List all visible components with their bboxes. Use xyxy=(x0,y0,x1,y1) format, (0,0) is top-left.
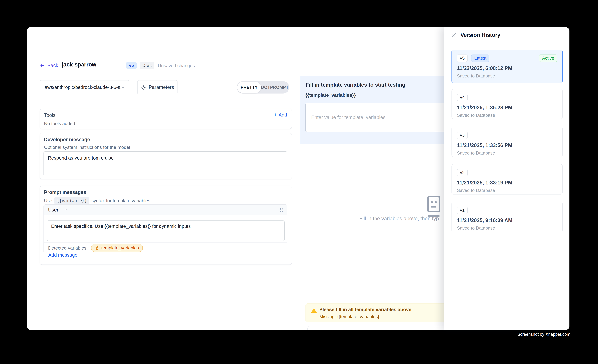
format-toggle: PRETTY DOTPROMPT xyxy=(237,81,289,93)
back-arrow-icon xyxy=(40,63,45,68)
detected-variables-label: Detected variables: xyxy=(48,245,88,251)
warning-title: Please fill in all template variables ab… xyxy=(319,307,411,312)
message-textarea[interactable]: Enter task specifics. Use {{template_var… xyxy=(47,221,284,240)
screenshot-canvas: Back jack-sparrow v5 Draft Unsaved chang… xyxy=(0,0,598,364)
watermark: Screenshot by Xnapper.com xyxy=(517,332,570,337)
model-select-value: aws/anthropic/bedrock-claude-3-5-s... xyxy=(45,84,121,90)
pencil-icon xyxy=(95,246,99,250)
template-variables-title: Fill in template variables to start test… xyxy=(306,82,405,88)
parameters-label: Parameters xyxy=(149,84,174,90)
empty-state-text: Fill in the variables above, then typ xyxy=(359,216,439,222)
version-timestamp: 11/21/2025, 1:33:19 PM xyxy=(457,180,557,186)
version-timestamp: 11/21/2025, 9:16:39 AM xyxy=(457,217,557,223)
message-block: User Enter task specifics. Use {{templat… xyxy=(43,204,287,253)
version-pill: v1 xyxy=(457,207,468,214)
prompt-messages-card: Prompt messages Use {{variable}} syntax … xyxy=(40,186,292,265)
role-select-value: User xyxy=(48,207,58,213)
close-icon[interactable] xyxy=(451,33,457,38)
detected-variable-name: template_variables xyxy=(101,245,139,250)
version-status: Saved to Database xyxy=(457,73,557,79)
version-history-panel: Version History v5 Latest Active 11/22/2… xyxy=(444,27,569,330)
developer-message-subtitle: Optional system instructions for the mod… xyxy=(44,145,130,150)
plus-icon: + xyxy=(274,112,277,118)
version-pill: v5 xyxy=(457,55,468,62)
toggle-option-pretty[interactable]: PRETTY xyxy=(237,82,261,93)
robot-icon xyxy=(427,196,441,218)
resize-grip-icon[interactable] xyxy=(282,171,286,175)
version-card-v3[interactable]: v3 11/21/2025, 1:33:56 PM Saved to Datab… xyxy=(451,127,563,157)
active-badge: Active xyxy=(539,55,557,62)
chevron-down-icon xyxy=(64,208,68,212)
version-card-v4[interactable]: v4 11/21/2025, 1:36:28 PM Saved to Datab… xyxy=(451,89,563,119)
back-label: Back xyxy=(47,63,58,68)
draft-badge: Draft xyxy=(140,62,154,69)
version-card-v2[interactable]: v2 11/21/2025, 1:33:19 PM Saved to Datab… xyxy=(451,164,563,195)
developer-message-textarea-wrap: Respond as you are tom cruise xyxy=(43,151,287,176)
tools-title: Tools xyxy=(44,112,55,118)
version-status: Saved to Database xyxy=(457,150,557,156)
version-timestamp: 11/21/2025, 1:36:28 PM xyxy=(457,105,557,110)
drag-handle-icon[interactable] xyxy=(279,207,283,212)
version-card-v5[interactable]: v5 Latest Active 11/22/2025, 6:08:12 PM … xyxy=(451,50,563,83)
unsaved-changes-label: Unsaved changes xyxy=(158,63,195,68)
add-tool-button[interactable]: + Add xyxy=(274,112,287,118)
chevron-down-icon xyxy=(121,85,125,90)
prompt-messages-subtitle: Use {{variable}} syntax for template var… xyxy=(44,197,150,204)
plus-icon: + xyxy=(43,252,47,258)
resize-grip-icon[interactable] xyxy=(280,236,284,240)
add-tool-label: Add xyxy=(279,112,287,118)
page-title: jack-sparrow xyxy=(62,61,96,68)
tools-empty-text: No tools added xyxy=(44,121,75,126)
developer-message-textarea[interactable]: Respond as you are tom cruise xyxy=(44,152,287,176)
version-pill: v3 xyxy=(457,132,468,139)
detected-variables-row: Detected variables: template_variables xyxy=(44,242,287,253)
version-history-divider xyxy=(444,45,569,45)
latest-badge: Latest xyxy=(471,55,490,62)
version-card-v1[interactable]: v1 11/21/2025, 9:16:39 AM Saved to Datab… xyxy=(451,202,563,232)
message-textarea-wrap: Enter task specifics. Use {{template_var… xyxy=(47,221,285,241)
warning-icon xyxy=(311,307,317,313)
gear-icon xyxy=(141,84,147,90)
tools-card: Tools + Add No tools added xyxy=(40,109,292,129)
developer-message-title: Developer message xyxy=(44,137,90,142)
message-header: User xyxy=(44,205,287,215)
developer-message-card: Developer message Optional system instru… xyxy=(40,133,292,179)
warning-detail: Missing: {{template_variables}} xyxy=(319,314,381,319)
template-variable-label: {{template_variables}} xyxy=(306,92,356,98)
add-message-button[interactable]: + Add message xyxy=(43,252,77,258)
model-select[interactable]: aws/anthropic/bedrock-claude-3-5-s... xyxy=(40,80,129,94)
version-status: Saved to Database xyxy=(457,113,557,118)
version-status: Saved to Database xyxy=(457,188,557,193)
role-select[interactable]: User xyxy=(48,207,68,213)
version-timestamp: 11/22/2025, 6:08:12 PM xyxy=(457,65,557,71)
toggle-option-dotprompt[interactable]: DOTPROMPT xyxy=(261,85,289,90)
subtitle-suffix: syntax for template variables xyxy=(91,198,150,203)
back-button[interactable]: Back xyxy=(40,63,58,68)
version-timestamp: 11/21/2025, 1:33:56 PM xyxy=(457,142,557,148)
version-history-title: Version History xyxy=(460,32,500,38)
parameters-button[interactable]: Parameters xyxy=(137,80,177,94)
detected-variable-chip[interactable]: template_variables xyxy=(91,244,143,252)
add-message-label: Add message xyxy=(48,252,77,258)
variable-syntax-chip: {{variable}} xyxy=(54,197,89,204)
version-pill: v4 xyxy=(457,94,468,101)
prompt-messages-title: Prompt messages xyxy=(44,190,86,195)
version-status: Saved to Database xyxy=(457,225,557,231)
version-pill: v2 xyxy=(457,169,468,176)
subtitle-prefix: Use xyxy=(44,198,52,203)
version-badge: v5 xyxy=(126,62,137,69)
